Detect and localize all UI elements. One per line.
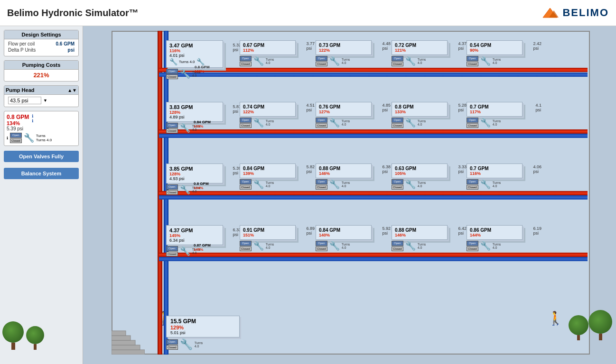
bottom-valve-pct: 129%	[170, 325, 235, 330]
coil-1-1-box: 3.47 GPM 116% 4.01 psi 🔧 Turns 4.0 🔧	[166, 40, 223, 68]
coil-1-5: 0.54 GPM 90% 2.42psi Open Closed 🔧 Turns…	[467, 40, 528, 66]
coil-1-1-closed-btn[interactable]: Closed	[166, 74, 178, 79]
coil-3-2-controls: Open Closed 🔧 Turns4.0	[240, 179, 301, 190]
coil-4-2-open-btn[interactable]: Open	[240, 241, 252, 246]
coil-3-5-open-btn[interactable]: Open	[467, 179, 478, 184]
coil-4-1-closed-btn[interactable]: Closed	[166, 252, 178, 256]
bottom-valve-controls: Open Closed 🔧 Turns4.0	[166, 338, 249, 351]
coil-2-2-gpm: 0.74 GPM	[243, 104, 292, 109]
coil-1-2-open-btn[interactable]: Open	[240, 56, 252, 61]
coil-1-1: 3.47 GPM 116% 4.01 psi 🔧 Turns 4.0 🔧 5.3…	[166, 40, 228, 73]
info-icon-2[interactable]: ℹ	[32, 118, 33, 123]
coil-1-1-open-btn[interactable]: Open	[166, 69, 178, 73]
coil-3-1-box: 3.85 GPM 128% 4.93 psi	[166, 164, 223, 183]
turns-label: Turns	[36, 134, 46, 138]
coil-2-5-controls: Open Closed 🔧 Turns4.0	[467, 118, 528, 128]
coil-4-3-open-btn[interactable]: Open	[316, 241, 327, 246]
coil-4-3-turns: Turns4.0	[342, 243, 350, 249]
coil-1-3-closed-btn[interactable]: Closed	[316, 62, 327, 66]
coil-4-4-side-psi: 6.42psi	[458, 226, 467, 236]
coil-3-5-turns: Turns4.0	[493, 181, 501, 188]
pumping-costs-value: 221%	[8, 72, 75, 79]
bottom-valve-closed-btn[interactable]: Closed	[166, 345, 178, 350]
coil-1-5-open-btn[interactable]: Open	[467, 56, 478, 61]
coil-2-5-figure: 🔧	[480, 118, 491, 128]
coil-1-3-turns: Turns4.0	[342, 58, 350, 64]
coil-1-4-pct: 121%	[395, 48, 444, 53]
coil-2-3-gpm: 0.76 GPM	[319, 104, 368, 109]
coil-3-5-side-psi: 4.06psi	[533, 164, 541, 174]
main-valve-figure: 🔧	[24, 133, 34, 143]
coil-2-2-side-psi: 4.51psi	[306, 103, 315, 112]
coil-4-2-closed-btn[interactable]: Closed	[240, 246, 252, 251]
coil-1-4-closed-btn[interactable]: Closed	[392, 62, 403, 66]
coil-4-5-box: 0.86 GPM 144%	[467, 225, 523, 240]
coil-4-4-box: 0.88 GPM 146%	[392, 225, 448, 240]
info-icon-1[interactable]: ℹ	[32, 114, 33, 118]
coil-2-5-closed-btn[interactable]: Closed	[467, 123, 478, 128]
pump-head-dropdown[interactable]: ▼	[43, 98, 47, 103]
coil-4-1-box: 4.37 GPM 145% 6.34 psi	[166, 225, 223, 245]
coil-2-5-box: 0.7 GPM 117%	[467, 102, 523, 117]
coil-3-4-open-btn[interactable]: Open	[392, 179, 403, 184]
coil-3-4-closed-btn[interactable]: Closed	[392, 185, 403, 190]
svg-rect-2	[112, 350, 145, 355]
design-settings-title: Design Settings	[4, 30, 78, 39]
coil-1-4-gpm: 0.72 GPM	[395, 43, 444, 48]
coil-2-3-closed-btn[interactable]: Closed	[316, 123, 327, 128]
pump-head-input[interactable]	[8, 97, 41, 104]
coil-4-2-figure: 🔧	[253, 241, 264, 251]
coil-3-4-turns: Turns4.0	[418, 181, 426, 188]
coil-3-2-closed-btn[interactable]: Closed	[240, 185, 252, 190]
coil-3-5-closed-btn[interactable]: Closed	[467, 185, 478, 190]
coil-1-3-box: 0.73 GPM 122%	[316, 40, 372, 55]
coil-4-5-closed-btn[interactable]: Closed	[467, 246, 478, 251]
coil-2-2-closed-btn[interactable]: Closed	[240, 123, 252, 128]
main-valve-open-btn[interactable]: Open	[10, 133, 22, 137]
coil-1-5-side-psi: 2.42psi	[533, 41, 541, 51]
coil-2-5-open-btn[interactable]: Open	[467, 118, 478, 122]
coil-2-3-open-btn[interactable]: Open	[316, 118, 327, 122]
coil-2-5: 0.7 GPM 117% 4.1psi Open Closed 🔧 Turns4…	[467, 102, 528, 128]
coil-4-5-gpm: 0.86 GPM	[470, 228, 519, 233]
main-valve-closed-btn[interactable]: Closed	[10, 138, 22, 143]
coil-2-3-controls: Open Closed 🔧 Turns4.0	[316, 118, 377, 128]
bottom-valve-figure: 🔧	[180, 338, 193, 351]
coil-2-4-open-btn[interactable]: Open	[392, 118, 403, 122]
coil-3-1-open-btn[interactable]: Open	[166, 184, 178, 189]
coil-4-1-figure: 🔧	[180, 246, 190, 256]
coil-1-5-closed-btn[interactable]: Closed	[467, 62, 478, 66]
coil-1-5-gpm: 0.54 GPM	[470, 43, 519, 48]
coil-3-3-closed-btn[interactable]: Closed	[316, 185, 327, 190]
coil-3-2-side-psi: 5.82psi	[306, 164, 315, 174]
coil-3-2-open-btn[interactable]: Open	[240, 179, 252, 184]
coil-4-4-open-btn[interactable]: Open	[392, 241, 403, 246]
bottom-valve-open-btn[interactable]: Open	[166, 339, 178, 344]
svg-rect-5	[112, 336, 131, 340]
coil-4-3-closed-btn[interactable]: Closed	[316, 246, 327, 251]
coil-4-1-open-btn[interactable]: Open	[166, 246, 178, 251]
coil-4-5-open-btn[interactable]: Open	[467, 241, 478, 246]
coil-2-2-open-btn[interactable]: Open	[240, 118, 252, 122]
open-valves-button[interactable]: Open Valves Fully	[4, 151, 79, 162]
coil-1-2-closed-btn[interactable]: Closed	[240, 62, 252, 66]
coil-2-1-open-btn[interactable]: Open	[166, 123, 178, 127]
coil-1-4-open-btn[interactable]: Open	[392, 56, 403, 61]
coil-3-3-open-btn[interactable]: Open	[316, 179, 327, 184]
coil-4-2-pct: 151%	[243, 233, 292, 237]
coil-1-1-figure: 🔧	[180, 69, 190, 79]
pump-head-arrow[interactable]: ▲▼	[67, 88, 77, 93]
coil-4-1-pct: 145%	[169, 233, 220, 238]
coil-1-3-controls: Open Closed 🔧 Turns4.0	[316, 56, 377, 66]
coil-2-1-closed-btn[interactable]: Closed	[166, 128, 178, 133]
coil-4-4-closed-btn[interactable]: Closed	[392, 246, 403, 251]
balance-system-button[interactable]: Balance System	[4, 168, 79, 179]
coil-2-4-closed-btn[interactable]: Closed	[392, 123, 403, 128]
coil-3-2-figure: 🔧	[253, 179, 264, 190]
coil-3-1-closed-btn[interactable]: Closed	[166, 190, 178, 195]
coil-2-4-controls: Open Closed 🔧 Turns4.0	[392, 118, 453, 128]
coil-1-3-open-btn[interactable]: Open	[316, 56, 327, 61]
tree-right-1	[588, 310, 612, 340]
main-valve-info-icon: ℹ	[7, 136, 8, 140]
coil-4-3-gpm: 0.84 GPM	[319, 228, 368, 233]
